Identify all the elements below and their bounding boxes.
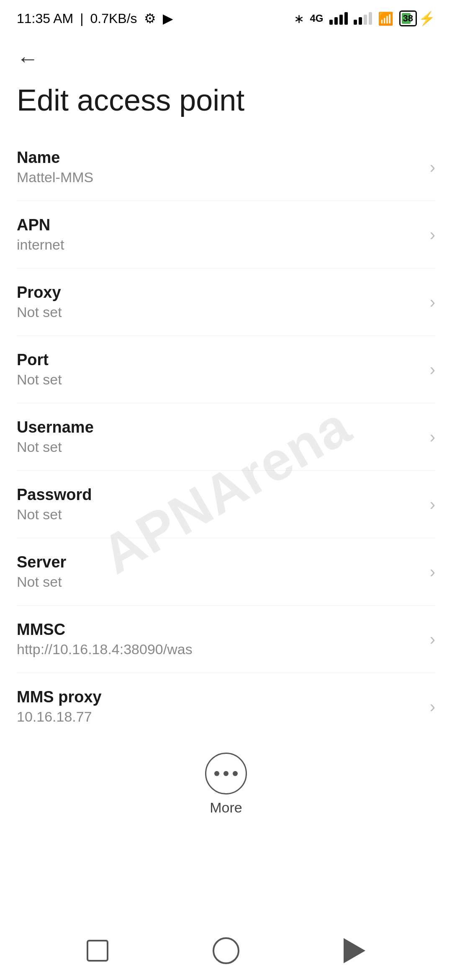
settings-item-proxy[interactable]: Proxy Not set › — [17, 268, 435, 336]
settings-value-apn: internet — [17, 237, 421, 253]
settings-value-mmsc: http://10.16.18.4:38090/was — [17, 641, 421, 658]
nav-square-icon — [87, 940, 108, 962]
settings-item-content-server: Server Not set — [17, 553, 421, 590]
settings-item-server[interactable]: Server Not set › — [17, 538, 435, 606]
back-button[interactable]: ← — [0, 34, 452, 75]
chevron-icon-name: › — [430, 158, 435, 177]
time-display: 11:35 AM — [17, 11, 73, 26]
back-arrow-icon[interactable]: ← — [17, 46, 39, 71]
chevron-icon-mmsc: › — [430, 630, 435, 649]
settings-value-name: Mattel-MMS — [17, 169, 421, 186]
chevron-icon-username: › — [430, 428, 435, 446]
chevron-icon-server: › — [430, 562, 435, 581]
nav-circle-icon — [213, 937, 239, 964]
nav-home-button[interactable] — [209, 934, 243, 967]
settings-item-content-mmsc: MMSC http://10.16.18.4:38090/was — [17, 621, 421, 658]
charging-icon: ⚡ — [419, 10, 435, 26]
chevron-icon-password: › — [430, 495, 435, 514]
chevron-icon-apn: › — [430, 225, 435, 244]
settings-item-port[interactable]: Port Not set › — [17, 336, 435, 403]
settings-item-apn[interactable]: APN internet › — [17, 201, 435, 268]
settings-label-proxy: Proxy — [17, 284, 421, 302]
settings-item-content-port: Port Not set — [17, 351, 421, 388]
settings-label-mms-proxy: MMS proxy — [17, 688, 421, 706]
settings-value-port: Not set — [17, 371, 421, 388]
settings-label-server: Server — [17, 553, 421, 571]
settings-label-port: Port — [17, 351, 421, 369]
network-4g-icon: 4G — [310, 13, 324, 24]
settings-item-mmsc[interactable]: MMSC http://10.16.18.4:38090/was › — [17, 606, 435, 673]
settings-item-content-password: Password Not set — [17, 486, 421, 523]
settings-value-proxy: Not set — [17, 304, 421, 320]
nav-bar — [0, 921, 452, 980]
battery-indicator: 38 — [399, 10, 417, 26]
status-right: ∗ 4G 📶 38 ⚡ — [294, 10, 436, 26]
settings-label-username: Username — [17, 418, 421, 436]
chevron-icon-port: › — [430, 360, 435, 379]
bluetooth-icon: ∗ — [294, 11, 304, 26]
settings-item-content-username: Username Not set — [17, 418, 421, 455]
speed-display: | — [80, 11, 83, 26]
settings-item-content-mms-proxy: MMS proxy 10.16.18.77 — [17, 688, 421, 725]
settings-item-content-apn: APN internet — [17, 216, 421, 253]
settings-item-password[interactable]: Password Not set › — [17, 471, 435, 538]
signal-bars-1 — [329, 12, 348, 25]
battery-container: 38 ⚡ — [399, 10, 435, 26]
settings-value-mms-proxy: 10.16.18.77 — [17, 709, 421, 725]
settings-value-password: Not set — [17, 506, 421, 523]
chevron-icon-mms-proxy: › — [430, 697, 435, 716]
settings-label-apn: APN — [17, 216, 421, 234]
settings-item-username[interactable]: Username Not set › — [17, 403, 435, 471]
settings-label-mmsc: MMSC — [17, 621, 421, 639]
signal-bars-2 — [354, 12, 372, 25]
settings-item-content-name: Name Mattel-MMS — [17, 149, 421, 186]
more-dots-icon — [214, 771, 238, 776]
video-icon: ▶ — [163, 10, 173, 26]
nav-triangle-icon — [344, 938, 365, 963]
settings-list: Name Mattel-MMS › APN internet › Proxy N… — [0, 134, 452, 740]
settings-value-server: Not set — [17, 574, 421, 590]
data-speed: 0.7KB/s — [90, 11, 137, 26]
settings-item-mms-proxy[interactable]: MMS proxy 10.16.18.77 › — [17, 673, 435, 740]
nav-recent-apps-button[interactable] — [81, 934, 114, 967]
page-title: Edit access point — [0, 75, 452, 134]
status-left: 11:35 AM | 0.7KB/s ⚙ ▶ — [17, 10, 173, 26]
status-bar: 11:35 AM | 0.7KB/s ⚙ ▶ ∗ 4G 📶 38 ⚡ — [0, 0, 452, 34]
more-label: More — [210, 799, 242, 816]
nav-back-button[interactable] — [338, 934, 371, 967]
settings-item-name[interactable]: Name Mattel-MMS › — [17, 134, 435, 201]
settings-value-username: Not set — [17, 439, 421, 455]
chevron-icon-proxy: › — [430, 293, 435, 312]
settings-icon: ⚙ — [144, 10, 156, 26]
more-section: More — [0, 740, 452, 824]
more-button[interactable] — [205, 753, 247, 794]
settings-item-content-proxy: Proxy Not set — [17, 284, 421, 320]
settings-label-name: Name — [17, 149, 421, 167]
settings-label-password: Password — [17, 486, 421, 504]
wifi-icon: 📶 — [378, 11, 393, 26]
